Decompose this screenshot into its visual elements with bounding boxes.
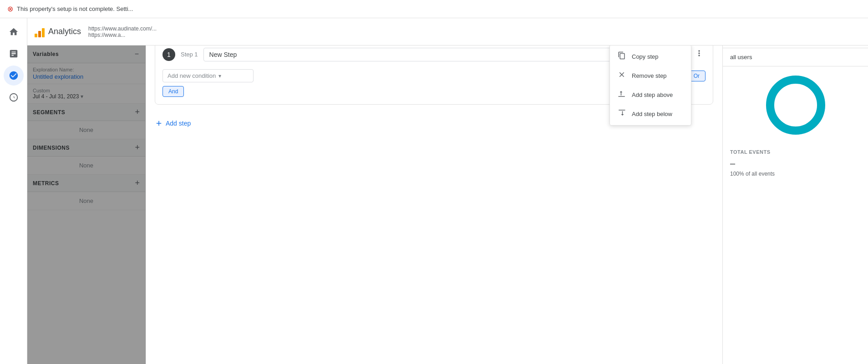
url-line2: https://www.a... [88,32,125,38]
modal-overlay: Summary THIS FUNNEL 4 to JUL 31 all user… [0,0,868,364]
remove-step-label: Remove step [632,72,667,79]
summary-users-section: all users [723,48,868,66]
add-below-icon [617,109,626,119]
context-menu-add-step-below[interactable]: Add step below [610,104,691,123]
summary-users-value: all users [730,54,861,61]
main-content: Variables − Exploration Name: Untitled e… [27,46,868,364]
add-condition-label: Add new condition [168,72,216,79]
context-menu-remove-step[interactable]: Remove step [610,66,691,85]
notification-text: This property's setup is not complete. S… [17,5,133,12]
copy-icon [617,51,626,61]
total-events-pct: 100% of all events [730,171,861,177]
sidebar [0,18,27,364]
logo-bar-1 [35,34,37,37]
context-menu-copy-step[interactable]: Copy step [610,47,691,66]
total-events-title: TOTAL EVENTS [730,149,861,155]
analytics-logo: Analytics [35,26,81,37]
error-icon: ⊗ [7,5,13,13]
step-number: 1 [162,48,175,61]
add-condition-select[interactable]: Add new condition ▾ [162,69,254,82]
url-line1: https://www.audinate.com/... [88,25,157,32]
analytics-header: Analytics https://www.audinate.com/... h… [27,18,868,46]
modal-dialog: Edit funnel steps Help center Apply 1 S [146,0,722,364]
add-step-above-label: Add step above [632,91,673,98]
and-btn[interactable]: And [162,86,184,97]
modal-body: 1 Step 1 Add new condition ▾ [146,30,722,364]
donut-chart [766,76,825,135]
add-step-below-label: Add step below [632,111,672,117]
analytics-title: Analytics [48,27,81,36]
context-menu: Copy step Remove step Add [609,45,691,126]
sidebar-item-reports[interactable] [4,44,24,64]
summary-panel: Summary THIS FUNNEL 4 to JUL 31 all user… [722,0,868,364]
step-more-btn[interactable] [693,47,706,62]
remove-icon [617,71,626,81]
context-menu-add-step-above[interactable]: Add step above [610,85,691,104]
logo-bar-2 [38,31,41,37]
total-events-value: – [730,158,861,169]
condition-dropdown-arrow: ▾ [218,73,221,79]
analytics-url: https://www.audinate.com/... https://www… [88,25,157,38]
add-above-icon [617,90,626,100]
logo-bars [35,26,45,37]
step-label: Step 1 [181,51,198,58]
add-step-btn[interactable]: Add step [155,119,191,127]
logo-bar-3 [42,28,45,37]
sidebar-item-advertising[interactable] [4,87,24,107]
copy-step-label: Copy step [632,53,659,60]
sidebar-item-home[interactable] [4,22,24,42]
add-step-label: Add step [166,120,191,127]
sidebar-item-explore[interactable] [4,66,24,86]
notification-bar: ⊗ This property's setup is not complete.… [0,0,868,18]
step-card-wrapper: 1 Step 1 Add new condition ▾ [155,39,713,105]
donut-container [723,66,868,144]
total-events-section: TOTAL EVENTS – 100% of all events [723,144,868,182]
